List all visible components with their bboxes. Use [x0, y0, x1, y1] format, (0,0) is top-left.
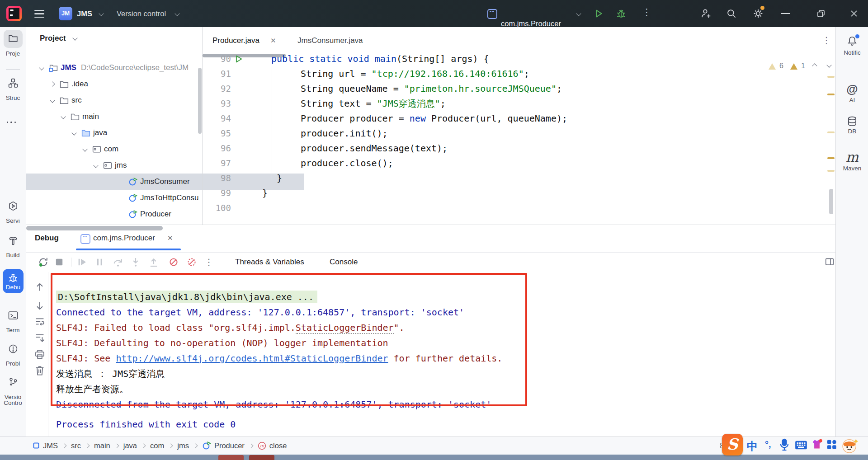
run-config-selector[interactable]: com.jms.Producer [501, 10, 561, 37]
sidebar-item-db[interactable]: DB [836, 116, 868, 135]
prev-warning-icon[interactable] [812, 63, 817, 68]
close-button[interactable] [850, 9, 858, 18]
resume-icon[interactable] [76, 257, 87, 268]
tab-producer-java[interactable]: Producer.java [212, 27, 259, 54]
breadcrumb-item-Producer[interactable]: Producer [202, 441, 245, 450]
sidebar-item-version-control[interactable]: Versio Contro [0, 373, 26, 406]
taskbar-app-button[interactable] [249, 455, 274, 460]
panel-splitter[interactable] [202, 27, 203, 225]
debug-button[interactable] [616, 8, 627, 19]
minimize-button[interactable] [781, 13, 790, 14]
sidebar-item-notifications[interactable]: Notific [836, 35, 868, 56]
close-icon[interactable]: ✕ [270, 27, 276, 54]
ime-skin-icon[interactable] [811, 438, 823, 450]
editor-options-icon[interactable]: ⋮ [822, 27, 831, 54]
chevron-down-icon[interactable] [71, 131, 78, 135]
view-breakpoints-icon[interactable] [168, 257, 179, 268]
step-out-icon[interactable] [148, 257, 159, 268]
panel-splitter[interactable] [26, 225, 835, 225]
breadcrumb-item-close[interactable]: mclose [258, 441, 287, 450]
step-over-icon[interactable] [113, 257, 123, 268]
warning-icon[interactable] [790, 63, 797, 70]
close-icon[interactable]: ✕ [167, 230, 173, 246]
pause-icon[interactable] [94, 257, 105, 268]
ime-keyboard-icon[interactable] [795, 440, 807, 450]
project-selector[interactable]: JMS [77, 0, 92, 27]
horizontal-scrollbar[interactable] [26, 226, 163, 230]
chevron-down-icon[interactable] [92, 164, 99, 167]
chevron-down-icon[interactable] [81, 147, 89, 151]
chevron-down-icon[interactable] [49, 99, 56, 102]
more-options-icon[interactable]: ⋮ [642, 7, 651, 18]
scroll-up-icon[interactable] [34, 282, 45, 292]
tab-console[interactable]: Console [330, 256, 358, 268]
tree-item-Producer[interactable]: Producer [26, 206, 304, 222]
ime-punctuation-icon[interactable]: °, [765, 439, 771, 450]
tree-item-jms[interactable]: jms [26, 157, 268, 174]
breadcrumb-item-jms[interactable]: jms [177, 441, 189, 450]
console-link[interactable]: http://www.slf4j.org/codes.html#StaticLo… [116, 353, 388, 364]
rerun-debug-icon[interactable] [38, 257, 49, 268]
tree-item-src[interactable]: src [26, 92, 225, 108]
settings-gear-icon[interactable] [752, 7, 764, 20]
chevron-down-icon[interactable] [72, 35, 77, 40]
scroll-to-end-icon[interactable] [34, 333, 45, 343]
chevron-down-icon[interactable] [38, 66, 45, 70]
sidebar-item-build[interactable]: Build [0, 231, 26, 258]
main-menu-icon[interactable] [34, 10, 44, 20]
project-badge[interactable]: JM [59, 7, 72, 20]
stripe-mark[interactable] [827, 170, 835, 172]
search-icon[interactable] [726, 8, 737, 19]
clear-trash-icon[interactable] [34, 365, 45, 376]
run-line-icon[interactable] [235, 55, 242, 63]
sidebar-item-ai[interactable]: @ AI [836, 82, 868, 103]
run-button[interactable] [593, 8, 604, 19]
sidebar-item-problems[interactable]: Probl [0, 340, 26, 367]
tab-jmsconsumer-java[interactable]: JmsConsumer.java [297, 27, 363, 54]
vertical-scrollbar[interactable] [198, 68, 202, 134]
breadcrumb-item-com[interactable]: com [150, 441, 164, 450]
taskbar-app-button[interactable] [218, 455, 244, 460]
weak-warning-icon[interactable] [769, 63, 776, 70]
step-into-icon[interactable] [130, 257, 141, 268]
tree-item-.idea[interactable]: .idea [26, 76, 225, 92]
sidebar-item-maven[interactable]: m Maven [836, 150, 868, 172]
stop-icon[interactable] [54, 257, 65, 268]
breadcrumb-item-JMS[interactable]: JMS [33, 441, 58, 450]
ime-language-icon[interactable]: 中 [747, 439, 758, 454]
toolbar-more-icon[interactable]: ⋮ [204, 256, 213, 268]
breadcrumb-item-src[interactable]: src [71, 441, 81, 450]
console-line: SLF4J: See http://www.slf4j.org/codes.ht… [56, 351, 502, 366]
mute-breakpoints-icon[interactable] [186, 257, 197, 268]
breadcrumb-item-main[interactable]: main [94, 441, 110, 450]
sidebar-item-project[interactable]: Proje [0, 30, 26, 57]
stripe-mark[interactable] [827, 131, 835, 133]
stripe-mark[interactable] [827, 94, 835, 95]
chevron-down-icon[interactable] [60, 115, 67, 118]
debug-session-tab[interactable]: com.jms.Producer [93, 230, 155, 246]
editor-scrollbar[interactable] [829, 189, 833, 214]
bell-icon [846, 35, 858, 47]
add-user-icon[interactable] [700, 8, 712, 19]
layout-settings-icon[interactable] [825, 257, 835, 267]
chevron-right-icon[interactable] [49, 82, 56, 86]
ime-microphone-icon[interactable] [778, 438, 790, 451]
soft-wrap-icon[interactable] [34, 316, 45, 327]
restore-button[interactable] [816, 9, 826, 18]
stripe-mark[interactable] [827, 157, 835, 159]
line-number: 98 [203, 171, 231, 186]
scroll-down-icon[interactable] [34, 300, 45, 311]
sidebar-item-terminal[interactable]: Term [0, 306, 26, 333]
ime-toolbox-icon[interactable] [826, 439, 837, 450]
tree-item-JMS[interactable]: JMSD:\CodeSource\eclipse_test\JM [26, 60, 214, 76]
print-icon[interactable] [34, 349, 45, 360]
right-toolwindow-stripe: Notific @ AI DB m Maven [835, 27, 868, 455]
vcs-menu[interactable]: Version control [117, 0, 166, 27]
sidebar-item-debug[interactable]: Debu [3, 269, 24, 293]
next-warning-icon[interactable] [826, 62, 831, 67]
stripe-mark[interactable] [827, 76, 835, 78]
tab-threads-variables[interactable]: Threads & Variables [235, 256, 304, 268]
breadcrumb-item-java[interactable]: java [123, 441, 137, 450]
ime-assistant-icon[interactable] [841, 437, 859, 455]
sogou-logo-icon[interactable]: S [722, 434, 743, 455]
